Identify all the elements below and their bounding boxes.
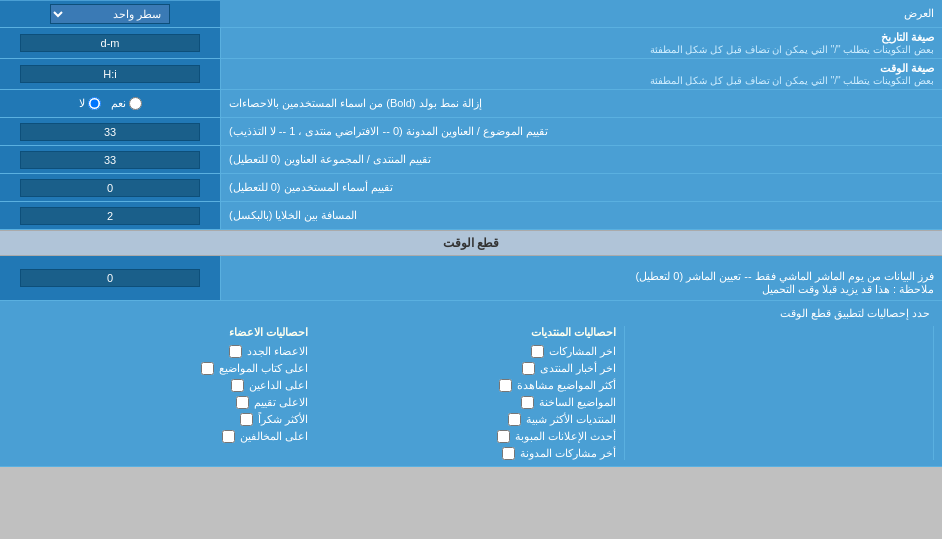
checkbox-top-rated-input[interactable]	[236, 396, 249, 409]
time-cut-section-header: قطع الوقت	[0, 230, 942, 256]
checkbox-last-posts-input[interactable]	[531, 345, 544, 358]
checkbox-last-forum-news-input[interactable]	[522, 362, 535, 375]
bold-no-label[interactable]: لا	[79, 97, 101, 110]
sort-users-row: تقييم أسماء المستخدمين (0 للتعطيل)	[0, 174, 942, 202]
checkbox-last-posts[interactable]: اخر المشاركات	[324, 345, 616, 358]
checkbox-recent-ads-input[interactable]	[497, 430, 510, 443]
checkbox-most-thanks-input[interactable]	[240, 413, 253, 426]
checkbox-top-posters-input[interactable]	[201, 362, 214, 375]
bold-remove-row: إزالة نمط بولد (Bold) من اسماء المستخدمي…	[0, 90, 942, 118]
checkbox-last-shared[interactable]: أخر مشاركات المدونة	[324, 447, 616, 460]
date-format-row: صيغة التاريخ بعض التكوينات يتطلب "/" الت…	[0, 28, 942, 59]
time-format-row: صيغة الوقت بعض التكوينات يتطلب "/" التي …	[0, 59, 942, 90]
checkbox-top-posters[interactable]: اعلى كتاب المواضيع	[16, 362, 308, 375]
checkbox-new-members[interactable]: الاعضاء الجدد	[16, 345, 308, 358]
checkbox-recent-ads[interactable]: أحدث الإعلانات المبوبة	[324, 430, 616, 443]
checkbox-hot-topics[interactable]: المواضيع الساخنة	[324, 396, 616, 409]
time-cut-input-container	[0, 256, 220, 300]
sort-users-input-container	[0, 174, 220, 201]
checkboxes-section-label: حدد إحصاليات لتطبيق قطع الوقت	[8, 307, 934, 320]
time-cut-input[interactable]	[20, 269, 200, 287]
time-format-label: صيغة الوقت بعض التكوينات يتطلب "/" التي …	[220, 59, 942, 89]
sort-users-input[interactable]	[20, 179, 200, 197]
sort-forum-input[interactable]	[20, 151, 200, 169]
checkbox-hot-topics-input[interactable]	[521, 396, 534, 409]
time-format-input-container	[0, 59, 220, 89]
checkbox-last-forum-news[interactable]: اخر أخبار المنتدى	[324, 362, 616, 375]
checkbox-similar-forums-input[interactable]	[508, 413, 521, 426]
spacing-row: المسافة بين الخلايا (بالبكسل)	[0, 202, 942, 230]
date-format-input[interactable]	[20, 34, 200, 52]
spacing-input[interactable]	[20, 207, 200, 225]
bold-no-radio[interactable]	[88, 97, 101, 110]
top-row: العرض سطر واحدسطرينثلاثة أسطر	[0, 0, 942, 28]
sort-forum-label: تقييم المنتدى / المجموعة العناوين (0 للت…	[220, 146, 942, 173]
members-col-header: احصاليات الاعضاء	[16, 326, 308, 339]
sort-topic-row: تقييم الموضوع / العناوين المدونة (0 -- ا…	[0, 118, 942, 146]
time-format-input[interactable]	[20, 65, 200, 83]
spacing-label: المسافة بين الخلايا (بالبكسل)	[220, 202, 942, 229]
checkbox-most-thanks[interactable]: الأكثر شكراً	[16, 413, 308, 426]
sort-forum-row: تقييم المنتدى / المجموعة العناوين (0 للت…	[0, 146, 942, 174]
time-cut-label: فرز البيانات من يوم الماشر الماشي فقط --…	[220, 256, 942, 300]
checkbox-top-visitors-input[interactable]	[222, 430, 235, 443]
bold-yes-radio[interactable]	[129, 97, 142, 110]
checkbox-col-members: احصاليات الاعضاء الاعضاء الجدد اعلى كتاب…	[8, 326, 316, 460]
display-mode-dropdown[interactable]: سطر واحدسطرينثلاثة أسطر	[50, 4, 170, 24]
checkbox-similar-forums[interactable]: المنتديات الأكثر شبية	[324, 413, 616, 426]
bold-remove-label: إزالة نمط بولد (Bold) من اسماء المستخدمي…	[220, 90, 942, 117]
sort-users-label: تقييم أسماء المستخدمين (0 للتعطيل)	[220, 174, 942, 201]
checkbox-col-empty	[625, 326, 934, 460]
checkboxes-section: حدد إحصاليات لتطبيق قطع الوقت احصاليات ا…	[0, 301, 942, 467]
checkbox-col-participations: احصاليات المنتديات اخر المشاركات اخر أخب…	[316, 326, 625, 460]
page-title-label: العرض	[220, 3, 942, 24]
bold-yes-label[interactable]: نعم	[111, 97, 142, 110]
sort-forum-input-container	[0, 146, 220, 173]
checkbox-last-shared-input[interactable]	[502, 447, 515, 460]
spacing-input-container	[0, 202, 220, 229]
bold-remove-input-container: نعم لا	[0, 90, 220, 117]
time-cut-row: فرز البيانات من يوم الماشر الماشي فقط --…	[0, 256, 942, 301]
checkboxes-grid: احصاليات المنتديات اخر المشاركات اخر أخب…	[8, 326, 934, 460]
date-format-label: صيغة التاريخ بعض التكوينات يتطلب "/" الت…	[220, 28, 942, 58]
dropdown-container: سطر واحدسطرينثلاثة أسطر	[0, 1, 220, 27]
checkbox-new-members-input[interactable]	[229, 345, 242, 358]
checkbox-most-viewed-input[interactable]	[499, 379, 512, 392]
checkbox-top-rated[interactable]: الاعلى تقييم	[16, 396, 308, 409]
participations-col-header: احصاليات المنتديات	[324, 326, 616, 339]
checkbox-top-visitors[interactable]: اعلى المخالفين	[16, 430, 308, 443]
sort-topic-label: تقييم الموضوع / العناوين المدونة (0 -- ا…	[220, 118, 942, 145]
checkbox-most-viewed[interactable]: أكثر المواضيع مشاهدة	[324, 379, 616, 392]
sort-topic-input-container	[0, 118, 220, 145]
sort-topic-input[interactable]	[20, 123, 200, 141]
checkbox-top-posters2-input[interactable]	[231, 379, 244, 392]
checkbox-top-posters2[interactable]: اعلى الداعين	[16, 379, 308, 392]
main-container: العرض سطر واحدسطرينثلاثة أسطر صيغة التار…	[0, 0, 942, 467]
date-format-input-container	[0, 28, 220, 58]
